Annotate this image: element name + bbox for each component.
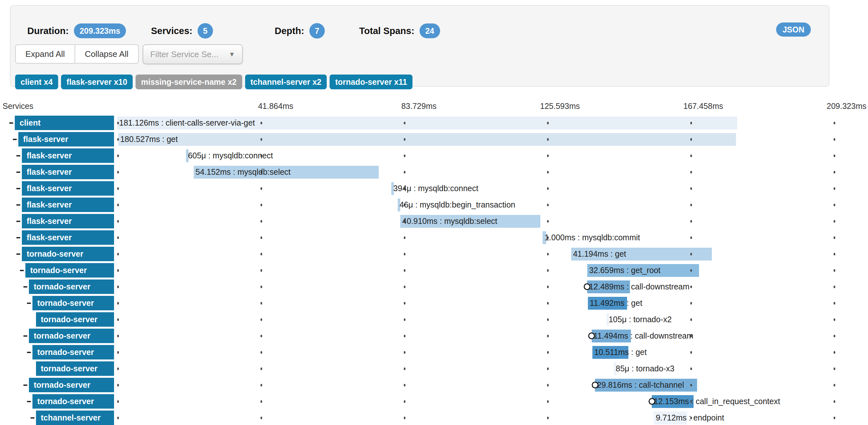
collapse-toggle-icon[interactable] — [17, 221, 20, 222]
service-tag-badge[interactable]: client x4 — [15, 74, 58, 89]
gridline-tick — [404, 171, 405, 174]
service-name-box[interactable]: tornado-server — [29, 378, 114, 392]
gridline-tick — [547, 367, 549, 370]
gridline-tick — [690, 302, 692, 305]
service-name-box[interactable]: tornado-server — [25, 263, 114, 278]
service-name-box[interactable]: tornado-server — [32, 394, 114, 408]
service-name-label: tornado-server — [36, 364, 97, 373]
gridline-tick — [117, 138, 119, 141]
service-name-box[interactable]: flask-server — [22, 165, 114, 179]
time-marker-label: 167.458ms — [627, 101, 723, 111]
time-marker-label: 209.323ms — [770, 101, 866, 111]
gridline-tick — [117, 237, 119, 239]
service-name-box[interactable]: tornado-server — [32, 345, 114, 360]
gridline-tick — [834, 220, 835, 223]
time-marker-label: 41.864ms — [197, 101, 293, 111]
services-count-badge: 5 — [197, 23, 213, 38]
gridline-tick — [404, 122, 405, 124]
span-row: flask-server 54.152ms : mysqldb:select — [0, 164, 868, 180]
collapse-all-button[interactable]: Collapse All — [74, 44, 139, 64]
collapse-toggle-icon[interactable] — [24, 385, 27, 386]
chevron-down-icon: ▼ — [229, 51, 235, 58]
json-button[interactable]: JSON — [776, 23, 811, 37]
service-tag-badge[interactable]: tchannel-server x2 — [245, 74, 327, 89]
gridline-tick — [834, 171, 835, 174]
service-name-box[interactable]: tornado-server — [22, 247, 114, 261]
gridline-tick — [260, 122, 262, 124]
service-name-label: tornado-server — [29, 282, 90, 291]
collapse-toggle-icon[interactable] — [27, 303, 31, 304]
gridline-tick — [404, 237, 405, 239]
service-tag-badge[interactable]: flask-server x10 — [61, 74, 133, 89]
service-tag-badge[interactable]: missing-service-name x2 — [135, 74, 242, 89]
collapse-toggle-icon[interactable] — [31, 417, 34, 419]
time-marker-label: 83.729ms — [340, 101, 437, 111]
gridline-tick — [547, 384, 549, 387]
collapse-toggle-icon[interactable] — [13, 139, 17, 140]
service-name-box[interactable]: tornado-server — [29, 279, 114, 294]
gridline-tick — [404, 253, 405, 255]
collapse-toggle-icon[interactable] — [9, 122, 13, 124]
service-tag-badge[interactable]: tornado-server x11 — [330, 74, 412, 89]
gridline-tick — [834, 318, 835, 321]
gridline-tick — [547, 171, 549, 174]
gridline-tick — [690, 318, 692, 321]
gridline-tick — [690, 171, 692, 174]
gridline-tick — [117, 351, 119, 354]
gridline-tick — [260, 351, 262, 354]
collapse-toggle-icon[interactable] — [17, 155, 20, 156]
gridline-tick — [690, 220, 692, 223]
service-name-box[interactable]: flask-server — [22, 148, 114, 163]
span-duration-bar[interactable] — [118, 133, 736, 146]
span-row: flask-server 394μ : mysqldb:connect — [0, 180, 868, 196]
service-name-box[interactable]: tornado-server — [36, 312, 114, 327]
gridline-tick — [690, 269, 692, 272]
service-name-box[interactable]: client — [15, 116, 114, 130]
service-name-label: tornado-server — [25, 266, 87, 275]
collapse-toggle-icon[interactable] — [27, 352, 31, 353]
collapse-toggle-icon[interactable] — [24, 335, 27, 337]
span-row: tornado-server 12.153ms : call_in_reques… — [0, 393, 868, 409]
collapse-toggle-icon[interactable] — [17, 237, 20, 238]
gridline-tick — [547, 154, 549, 157]
collapse-toggle-icon[interactable] — [17, 204, 20, 206]
span-label: 105μ : tornado-x2 — [609, 311, 672, 328]
span-row: flask-server 1.000ms : mysqldb:commit — [0, 230, 868, 246]
collapse-toggle-icon[interactable] — [24, 286, 27, 287]
service-name-box[interactable]: tornado-server — [29, 329, 114, 343]
gridline-tick — [547, 220, 549, 223]
service-name-box[interactable]: flask-server — [22, 198, 114, 212]
service-name-box[interactable]: flask-server — [22, 181, 114, 195]
gridline-tick — [117, 269, 119, 272]
gridline-tick — [117, 285, 119, 288]
gridline-tick — [260, 335, 262, 337]
gridline-tick — [547, 122, 549, 124]
service-name-box[interactable]: flask-server — [22, 214, 114, 229]
service-name-box[interactable]: flask-server — [18, 132, 114, 147]
gridline-tick — [690, 204, 692, 206]
expand-all-button[interactable]: Expand All — [15, 44, 75, 64]
collapse-toggle-icon[interactable] — [17, 253, 20, 255]
gridline-tick — [834, 367, 835, 370]
service-name-label: flask-server — [22, 151, 72, 160]
collapse-toggle-icon[interactable] — [27, 401, 31, 402]
collapse-toggle-icon[interactable] — [17, 172, 20, 173]
collapse-toggle-icon[interactable] — [17, 188, 20, 189]
stat-services: Services: 5 — [151, 23, 213, 39]
gridline-tick — [260, 367, 262, 370]
gridline-tick — [547, 335, 549, 337]
collapse-toggle-icon[interactable] — [20, 270, 24, 271]
service-name-box[interactable]: tchannel-server — [36, 411, 114, 425]
span-row: tornado-server 11.492ms : get — [0, 295, 868, 311]
service-name-box[interactable]: flask-server — [22, 230, 114, 245]
span-row: tornado-server 32.659ms : get_root — [0, 262, 868, 278]
gridline-tick — [260, 138, 262, 141]
service-name-box[interactable]: tornado-server — [36, 361, 114, 376]
gridline-tick — [404, 154, 405, 157]
service-name-label: flask-server — [22, 168, 72, 177]
service-name-box[interactable]: tornado-server — [32, 296, 114, 310]
span-row: tornado-server 85μ : tornado-x3 — [0, 360, 868, 377]
gridline-tick — [690, 187, 692, 190]
filter-service-dropdown[interactable]: Filter Service Se... ▼ — [143, 44, 243, 64]
span-label: 12.489ms : call-downstream — [589, 278, 690, 295]
